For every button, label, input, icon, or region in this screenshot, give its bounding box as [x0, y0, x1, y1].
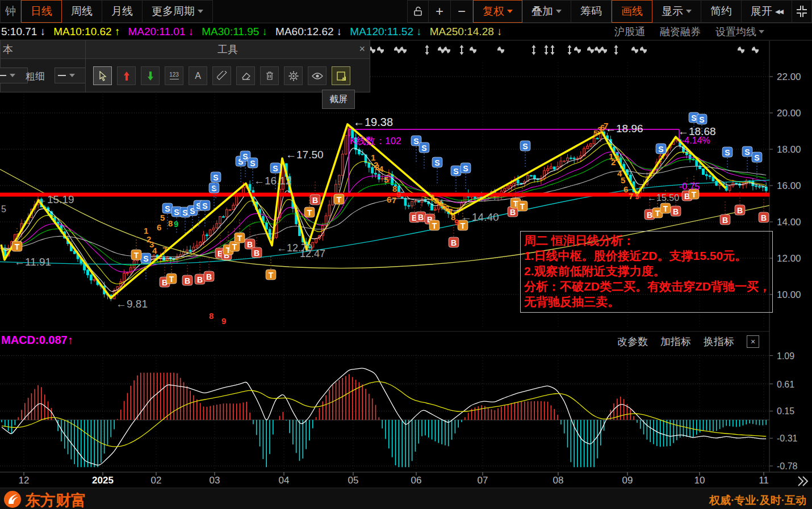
month-label: 10	[694, 475, 705, 486]
svg-text:B: B	[647, 211, 652, 220]
tools-panel-title: 工具	[217, 43, 238, 56]
adjust-price-dropdown[interactable]: 复权	[473, 0, 522, 23]
svg-text:S: S	[182, 208, 187, 217]
svg-text:1.09: 1.09	[777, 351, 794, 361]
compress-screen-button[interactable]	[792, 0, 812, 23]
ma-value: MA60:12.62 ↓	[275, 26, 342, 38]
svg-text:0.61: 0.61	[777, 380, 794, 389]
sequence-digit: 6	[157, 222, 161, 232]
month-label: 06	[411, 475, 422, 486]
draw-line-button[interactable]: 画线	[612, 0, 652, 23]
svg-text:S: S	[434, 158, 440, 167]
ma-value: MA20:11.01 ↓	[128, 26, 194, 38]
close-icon[interactable]: ×	[359, 43, 365, 55]
ma-values: 5:10.71 ↓MA10:10.62 ↑MA20:11.01 ↓MA30:11…	[0, 26, 503, 38]
svg-text:16.00: 16.00	[777, 180, 801, 191]
zoom-out-button[interactable]: −	[451, 0, 473, 23]
sequence-digit: 9	[174, 219, 178, 229]
svg-text:14.00: 14.00	[777, 217, 801, 228]
footer-bar: 东方财富 权威·专业·及时·互动	[0, 489, 812, 509]
switch-indicator-button[interactable]: 换指标	[704, 335, 734, 348]
simple-mode-button[interactable]: 简约	[701, 0, 742, 23]
down-arrow-icon	[147, 71, 154, 81]
visibility-tool-button[interactable]	[308, 66, 327, 85]
compress-icon	[796, 5, 808, 18]
chips-button[interactable]: 筹码	[571, 0, 612, 23]
margin-trading-link[interactable]: 融资融券	[660, 25, 701, 39]
ma-value: MA120:11.52 ↓	[350, 26, 421, 38]
measure-tool-button[interactable]	[212, 66, 231, 85]
change-params-button[interactable]: 改参数	[617, 335, 648, 348]
svg-text:B: B	[206, 272, 212, 281]
line-style-select[interactable]	[0, 68, 28, 83]
add-indicator-button[interactable]: 加指标	[660, 335, 691, 348]
zoom-in-button[interactable]: +	[429, 0, 451, 23]
month-label: 08	[553, 475, 564, 486]
sequence-digit: 6	[387, 195, 391, 204]
svg-text:0.15: 0.15	[777, 406, 794, 416]
up-arrow-tool-button[interactable]	[117, 66, 136, 85]
svg-text:T: T	[307, 208, 312, 217]
analysis-note-box[interactable]: 周二 恒润日线分析： 1.日线中枢。股价接近ZD。支撑15.50元。 2.观察前…	[520, 231, 773, 313]
panel-title-partial: 本	[3, 43, 13, 56]
price-annotation: -0.75	[679, 182, 700, 191]
chevron-down-icon	[507, 10, 513, 13]
svg-text:T: T	[663, 204, 668, 213]
brand-slogan: 权威·专业·及时·互动	[709, 493, 806, 508]
more-periods-dropdown[interactable]: 更多周期	[143, 0, 213, 23]
collapse-arrows-icon: ◀◀	[775, 8, 782, 15]
period-monthly-button[interactable]: 月线	[102, 0, 143, 23]
down-arrow-tool-button[interactable]	[141, 66, 160, 85]
svg-text:S: S	[699, 115, 704, 124]
svg-text:B: B	[312, 196, 318, 205]
svg-text:S: S	[413, 137, 418, 146]
svg-text:B: B	[673, 207, 679, 216]
lock-button[interactable]	[407, 0, 429, 23]
expand-button[interactable]: 展开◀◀	[742, 0, 792, 23]
set-ma-dropdown[interactable]: 设置均线	[715, 25, 764, 39]
sequence-digit: 9	[221, 316, 226, 326]
sequence-digit: 7	[629, 191, 633, 201]
period-daily-button[interactable]: 日线	[21, 0, 62, 23]
stock-app-window: 22.0020.0018.0016.0014.0012.0010.001.090…	[0, 0, 812, 509]
line-style-panel: 本 粗细	[0, 40, 86, 92]
screenshot-tool-button[interactable]	[332, 66, 350, 85]
period-partial-button[interactable]: 钟	[0, 0, 21, 23]
sequence-digit: 4	[379, 164, 384, 174]
settings-tool-button[interactable]	[284, 66, 303, 85]
svg-text:10.00: 10.00	[777, 289, 801, 300]
period-weekly-button[interactable]: 周线	[62, 0, 102, 23]
ruler-icon	[217, 71, 227, 81]
month-label: 09	[622, 475, 633, 486]
numbers-icon: 123	[169, 72, 179, 78]
brand-name[interactable]: 东方财富	[25, 490, 86, 509]
numbering-tool-button[interactable]: 123	[165, 66, 183, 85]
eraser-icon	[241, 71, 251, 81]
analysis-line: 2.观察前低附近支撑力度。	[524, 263, 772, 279]
svg-text:T: T	[269, 271, 274, 280]
price-annotation: 5	[1, 204, 6, 214]
sequence-digit: 5	[384, 175, 388, 184]
display-dropdown[interactable]: 显示	[652, 0, 701, 23]
chevron-down-icon	[10, 74, 15, 77]
line-sample-icon	[0, 75, 6, 76]
svg-text:T: T	[520, 202, 525, 211]
line-thickness-select[interactable]	[55, 68, 87, 83]
sequence-digit: 7	[162, 245, 167, 255]
month-label: 2025	[92, 475, 114, 486]
overlay-dropdown[interactable]: 叠加	[522, 0, 571, 23]
svg-text:B: B	[197, 275, 203, 284]
eraser-tool-button[interactable]	[236, 66, 255, 85]
sequence-digit: 9	[396, 190, 401, 199]
text-tool-button[interactable]: A	[189, 66, 207, 85]
sequence-digit: 5	[621, 175, 625, 185]
sequence-digit: 8	[168, 218, 173, 228]
chevron-down-icon	[686, 10, 692, 13]
hugutong-link[interactable]: 沪股通	[614, 25, 645, 39]
price-annotation: ←19.38	[353, 116, 393, 128]
svg-text:S: S	[754, 153, 759, 162]
chevron-down-icon	[556, 10, 562, 13]
cursor-tool-button[interactable]	[93, 66, 112, 85]
close-icon[interactable]: ×	[747, 335, 759, 348]
delete-tool-button[interactable]	[260, 66, 279, 85]
